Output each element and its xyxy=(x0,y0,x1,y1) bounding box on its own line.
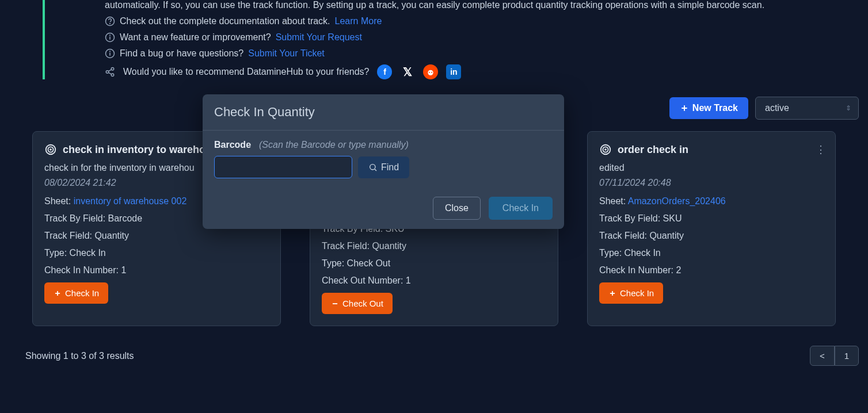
svg-line-30 xyxy=(375,169,376,171)
svg-point-14 xyxy=(429,72,430,73)
svg-point-10 xyxy=(111,74,114,77)
minus-icon xyxy=(331,300,339,308)
track-card: ⋮ order check in edited 07/11/2024 20:48… xyxy=(587,131,836,326)
svg-point-15 xyxy=(431,72,432,73)
check-in-modal: Check In Quantity Barcode (Scan the Barc… xyxy=(203,94,564,229)
svg-point-4 xyxy=(110,35,111,36)
check-in-button[interactable]: Check In xyxy=(599,282,663,304)
status-filter-value: active xyxy=(765,103,789,113)
new-track-button[interactable]: New Track xyxy=(669,97,748,119)
card-number: Check Out Number: 1 xyxy=(322,276,546,286)
help-circle-icon xyxy=(105,16,115,26)
pagination: < 1 xyxy=(810,346,859,366)
docs-line: Check out the complete documentation abo… xyxy=(105,16,868,26)
pagination-page-1-button[interactable]: 1 xyxy=(835,346,859,366)
plus-icon xyxy=(608,289,616,297)
svg-point-26 xyxy=(605,149,606,150)
bug-text: Find a bug or have questions? xyxy=(120,48,243,59)
modal-title: Check In Quantity xyxy=(203,94,564,131)
share-icon xyxy=(105,67,115,77)
target-icon xyxy=(44,143,57,156)
card-number: Check In Number: 2 xyxy=(599,265,824,276)
card-track-field: Track Field: Quantity xyxy=(44,231,269,241)
linkedin-icon[interactable]: in xyxy=(446,64,461,79)
info-circle-icon xyxy=(105,32,115,43)
submit-request-link[interactable]: Submit Your Request xyxy=(276,32,362,43)
check-in-button[interactable]: Check In xyxy=(44,282,108,304)
pagination-prev-button[interactable]: < xyxy=(810,346,835,366)
status-filter-select[interactable]: active xyxy=(755,97,859,120)
svg-point-8 xyxy=(111,68,114,71)
plus-icon xyxy=(54,289,62,297)
check-in-label: Check In xyxy=(620,288,654,298)
card-type: Type: Check In xyxy=(44,248,269,258)
svg-point-1 xyxy=(110,23,111,24)
svg-line-11 xyxy=(108,70,111,71)
search-icon xyxy=(368,163,378,172)
close-button[interactable]: Close xyxy=(433,197,481,220)
card-track-field: Track Field: Quantity xyxy=(599,231,824,241)
find-label: Find xyxy=(381,162,399,173)
results-count: Showing 1 to 3 of 3 results xyxy=(25,351,134,361)
card-sheet: Sheet: AmazonOrders_202406 xyxy=(599,196,824,206)
barcode-hint: (Scan the Barcode or type manually) xyxy=(259,140,409,150)
svg-line-12 xyxy=(108,72,111,74)
card-description: edited xyxy=(599,163,824,173)
x-twitter-icon[interactable]: 𝕏 xyxy=(400,64,415,79)
info-circle-icon xyxy=(105,48,115,59)
card-number: Check In Number: 1 xyxy=(44,265,269,276)
sheet-link[interactable]: AmazonOrders_202406 xyxy=(628,196,726,206)
svg-point-13 xyxy=(428,70,433,75)
card-track-by: Track By Field: SKU xyxy=(599,213,824,224)
svg-point-7 xyxy=(110,51,111,52)
feature-line: Want a new feature or improvement? Submi… xyxy=(105,32,868,43)
plus-icon xyxy=(680,104,689,113)
reddit-icon[interactable] xyxy=(423,64,438,79)
share-line: Would you like to recommend DatamineHub … xyxy=(105,64,868,79)
feature-text: Want a new feature or improvement? xyxy=(120,32,271,43)
card-type: Type: Check Out xyxy=(322,258,546,269)
bug-line: Find a bug or have questions? Submit You… xyxy=(105,48,868,59)
svg-point-9 xyxy=(106,71,109,74)
check-out-label: Check Out xyxy=(342,299,383,308)
find-button[interactable]: Find xyxy=(358,156,409,178)
share-text: Would you like to recommend DatamineHub … xyxy=(123,67,369,77)
facebook-icon[interactable]: f xyxy=(377,64,392,79)
modal-check-in-button[interactable]: Check In xyxy=(489,197,553,220)
submit-ticket-link[interactable]: Submit Your Ticket xyxy=(248,48,325,59)
check-out-button[interactable]: Check Out xyxy=(322,293,393,314)
card-type: Type: Check In xyxy=(599,248,824,258)
intro-text: automatically. If so, you can use the tr… xyxy=(105,0,868,10)
card-date: 07/11/2024 20:48 xyxy=(599,178,824,188)
svg-point-29 xyxy=(370,164,375,169)
card-title: order check in xyxy=(618,144,688,156)
card-track-field: Track Field: Quantity xyxy=(322,241,546,251)
new-track-label: New Track xyxy=(692,103,738,113)
sheet-link[interactable]: inventory of warehouse 002 xyxy=(74,196,187,206)
docs-text: Check out the complete documentation abo… xyxy=(120,16,330,26)
barcode-label: Barcode xyxy=(214,140,251,150)
target-icon xyxy=(599,143,612,156)
learn-more-link[interactable]: Learn More xyxy=(335,16,382,26)
barcode-input[interactable] xyxy=(214,156,352,178)
card-title: check in inventory to warehouse xyxy=(63,144,223,156)
card-menu-icon[interactable]: ⋮ xyxy=(816,143,826,156)
check-in-label: Check In xyxy=(65,288,99,298)
svg-point-20 xyxy=(50,149,51,150)
